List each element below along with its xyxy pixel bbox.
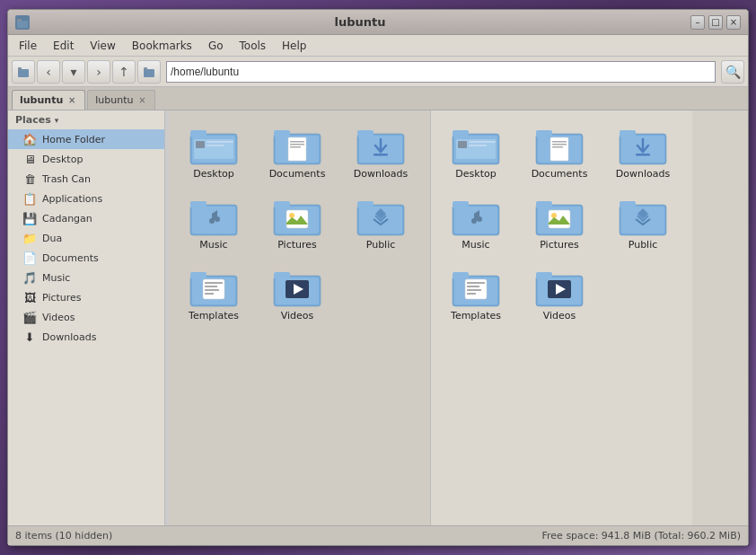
sidebar-item-home[interactable]: 🏠 Home Folder	[8, 129, 164, 149]
folder-icon-pictures	[272, 194, 322, 237]
sidebar-item-home-label: Home Folder	[42, 134, 105, 145]
file-label-music: Music	[462, 239, 489, 251]
file-item-templates[interactable]: Templates	[178, 261, 250, 325]
menu-help[interactable]: Help	[275, 38, 313, 54]
svg-rect-32	[286, 210, 308, 228]
svg-point-28	[215, 216, 220, 222]
tab-0-close[interactable]: ×	[66, 95, 77, 106]
file-item-documents[interactable]: Documents	[261, 119, 333, 183]
menu-edit[interactable]: Edit	[46, 38, 81, 54]
file-item-public[interactable]: Public	[607, 190, 679, 254]
svg-rect-42	[205, 286, 217, 287]
folder-icon-public	[618, 194, 668, 237]
menu-view[interactable]: View	[83, 38, 122, 54]
tab-1[interactable]: lubuntu ×	[87, 90, 155, 110]
folder-icon-desktop	[451, 123, 501, 166]
reload-button[interactable]	[137, 60, 161, 84]
svg-rect-3	[18, 67, 22, 70]
back-button[interactable]: ‹	[37, 60, 60, 84]
svg-rect-18	[290, 144, 304, 145]
tab-1-close[interactable]: ×	[136, 95, 147, 106]
close-button[interactable]: ×	[726, 15, 741, 30]
content-area: Places ▾ 🏠 Home Folder 🖥 Desktop 🗑 Trash…	[8, 110, 748, 525]
sidebar-item-documents[interactable]: 📄 Documents	[8, 248, 164, 268]
file-item-templates[interactable]: Templates	[440, 261, 512, 325]
file-item-pictures[interactable]: Pictures	[523, 190, 595, 254]
cadangan-icon: 💾	[22, 211, 37, 225]
svg-rect-1	[17, 19, 22, 22]
sidebar-item-applications[interactable]: 📋 Applications	[8, 189, 164, 208]
svg-rect-56	[469, 145, 487, 146]
tabs-bar: lubuntu × lubuntu ×	[8, 87, 748, 110]
svg-rect-2	[18, 69, 29, 77]
file-item-pictures[interactable]: Pictures	[261, 190, 333, 254]
folder-icon-videos	[272, 265, 322, 308]
home-button[interactable]	[12, 60, 35, 84]
svg-point-71	[471, 218, 477, 224]
address-bar[interactable]	[166, 61, 716, 83]
tab-0-label: lubuntu	[20, 94, 63, 106]
sidebar-item-music[interactable]: 🎵 Music	[8, 268, 164, 287]
split-view: Desktop Documents Downloads Music Pictur…	[169, 110, 692, 525]
file-item-downloads[interactable]: Downloads	[345, 119, 417, 183]
titlebar: lubuntu – □ ×	[8, 10, 748, 35]
main-window: lubuntu – □ × File Edit View Bookmarks G…	[7, 9, 749, 546]
menu-go[interactable]: Go	[201, 38, 231, 54]
sidebar-item-pictures[interactable]: 🖼 Pictures	[8, 287, 164, 307]
window-controls: – □ ×	[690, 15, 741, 30]
dropdown-button[interactable]: ▾	[62, 60, 85, 84]
menu-bookmarks[interactable]: Bookmarks	[125, 38, 199, 54]
sidebar-places-label: Places	[15, 114, 51, 126]
up-button[interactable]: ↑	[112, 60, 136, 84]
folder-icon-pictures	[534, 194, 585, 237]
svg-rect-43	[205, 289, 219, 291]
items-info: 8 items (10 hidden)	[15, 530, 112, 542]
svg-rect-85	[467, 282, 485, 284]
file-item-videos[interactable]: Videos	[523, 261, 595, 325]
sidebar-item-videos[interactable]: 🎬 Videos	[8, 307, 164, 327]
sidebar-places-header[interactable]: Places ▾	[8, 110, 164, 129]
file-item-videos[interactable]: Videos	[261, 261, 333, 325]
svg-rect-88	[467, 293, 476, 295]
videos-sidebar-icon: 🎬	[22, 310, 37, 324]
forward-button[interactable]: ›	[87, 60, 110, 84]
sidebar-item-cadangan[interactable]: 💾 Cadangan	[8, 208, 164, 228]
documents-sidebar-icon: 📄	[22, 251, 37, 265]
sidebar-item-cadangan-label: Cadangan	[42, 213, 92, 225]
file-label-public: Public	[366, 239, 396, 251]
maximize-button[interactable]: □	[708, 15, 723, 30]
file-label-templates: Templates	[189, 310, 239, 322]
desktop-icon: 🖥	[22, 152, 37, 166]
sidebar-item-downloads-label: Downloads	[42, 331, 96, 343]
search-button[interactable]: 🔍	[721, 60, 744, 84]
sidebar-item-desktop[interactable]: 🖥 Desktop	[8, 149, 164, 169]
file-item-desktop[interactable]: Desktop	[440, 119, 512, 183]
svg-rect-60	[550, 137, 568, 161]
file-label-pictures: Pictures	[540, 239, 579, 251]
svg-rect-41	[205, 282, 223, 284]
file-item-desktop[interactable]: Desktop	[178, 119, 250, 183]
file-item-music[interactable]: Music	[440, 190, 512, 254]
minimize-button[interactable]: –	[690, 15, 705, 30]
file-label-pictures: Pictures	[277, 239, 317, 251]
music-sidebar-icon: 🎵	[22, 270, 37, 285]
pictures-sidebar-icon: 🖼	[22, 290, 37, 304]
right-pane: Desktop Documents Downloads Music Pictur…	[431, 110, 692, 525]
file-item-public[interactable]: Public	[345, 190, 417, 254]
svg-rect-12	[207, 145, 224, 146]
file-item-downloads[interactable]: Downloads	[607, 119, 679, 183]
sidebar-item-downloads[interactable]: ⬇ Downloads	[8, 327, 164, 347]
file-label-public: Public	[629, 239, 658, 251]
sidebar-item-trash[interactable]: 🗑 Trash Can	[8, 169, 164, 189]
svg-rect-5	[144, 67, 147, 70]
statusbar: 8 items (10 hidden) Free space: 941.8 Mi…	[8, 525, 748, 545]
file-item-music[interactable]: Music	[178, 190, 250, 254]
folder-icon-videos	[534, 265, 585, 308]
menu-tools[interactable]: Tools	[233, 38, 274, 54]
tab-0[interactable]: lubuntu ×	[12, 90, 85, 110]
menu-file[interactable]: File	[12, 38, 44, 54]
sidebar-item-dua[interactable]: 📁 Dua	[8, 228, 164, 248]
file-item-documents[interactable]: Documents	[523, 119, 595, 183]
folder-icon-downloads	[356, 123, 406, 166]
svg-rect-16	[288, 137, 306, 161]
